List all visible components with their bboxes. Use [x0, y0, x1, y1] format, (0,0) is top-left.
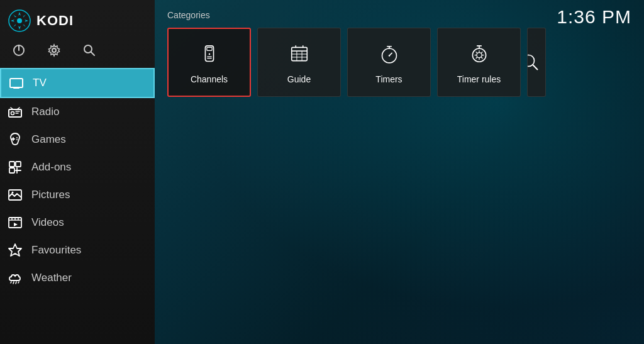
sidebar-item-games-label: Games	[31, 133, 66, 146]
categories-section: Categories Channels	[155, 0, 644, 97]
sidebar-item-weather[interactable]: Weather	[0, 264, 155, 292]
sidebar: KODI	[0, 0, 155, 344]
weather-icon	[8, 270, 23, 286]
videos-icon	[8, 215, 23, 230]
svg-marker-1	[18, 12, 21, 16]
svg-point-61	[388, 55, 389, 56]
svg-rect-29	[16, 162, 21, 167]
sidebar-item-radio-label: Radio	[31, 106, 59, 118]
sidebar-item-pictures[interactable]: Pictures	[0, 181, 155, 209]
sidebar-item-pictures-label: Pictures	[31, 189, 70, 201]
svg-marker-5	[13, 14, 16, 18]
sidebar-item-favourites[interactable]: Favourites	[0, 236, 155, 264]
svg-marker-7	[13, 24, 16, 27]
sidebar-item-favourites-label: Favourites	[31, 244, 81, 257]
svg-line-75	[533, 65, 537, 69]
sidebar-item-addons[interactable]: Add-ons	[0, 153, 155, 181]
main-content: 1:36 PM Categories Channels	[155, 0, 644, 344]
svg-line-70	[475, 52, 477, 53]
sidebar-item-games[interactable]: Games	[0, 126, 155, 153]
svg-line-43	[18, 282, 19, 283]
favourites-icon	[8, 243, 23, 258]
svg-point-46	[208, 53, 209, 55]
tv-icon	[9, 75, 24, 91]
app-title: KODI	[36, 13, 74, 29]
addons-icon	[8, 160, 23, 175]
svg-rect-15	[10, 79, 23, 87]
sidebar-item-videos-label: Videos	[31, 216, 64, 229]
sidebar-icon-bar	[0, 39, 155, 68]
svg-rect-45	[206, 47, 211, 50]
svg-line-72	[480, 52, 482, 53]
svg-marker-6	[23, 24, 26, 27]
guide-icon	[286, 40, 313, 68]
timers-icon	[375, 40, 403, 68]
svg-point-12	[52, 48, 56, 52]
pictures-icon	[8, 187, 23, 203]
svg-line-42	[16, 282, 16, 284]
svg-line-14	[91, 52, 95, 56]
svg-line-41	[13, 282, 14, 284]
channels-label: Channels	[191, 74, 228, 84]
svg-marker-8	[23, 14, 26, 18]
svg-point-27	[16, 139, 18, 140]
sidebar-item-weather-label: Weather	[31, 272, 72, 284]
svg-rect-28	[9, 162, 14, 167]
power-button[interactable]	[10, 42, 28, 59]
sidebar-item-tv-label: TV	[33, 77, 47, 89]
svg-point-32	[12, 192, 14, 194]
svg-marker-38	[14, 223, 18, 226]
categories-grid: Channels	[167, 28, 631, 97]
kodi-logo	[8, 9, 31, 33]
category-card-search-partial[interactable]	[527, 28, 546, 97]
nav-menu: TV Radio	[0, 68, 155, 344]
svg-point-19	[11, 112, 14, 115]
svg-point-9	[17, 18, 22, 23]
category-card-timers[interactable]: Timers	[347, 28, 431, 97]
sidebar-item-addons-label: Add-ons	[31, 161, 71, 174]
category-card-guide[interactable]: Guide	[257, 28, 341, 97]
category-card-timer-rules[interactable]: Timer rules	[437, 28, 521, 97]
timer-rules-icon	[465, 40, 493, 68]
sidebar-item-tv[interactable]: TV	[0, 68, 155, 98]
svg-point-26	[16, 137, 18, 138]
sidebar-item-videos[interactable]: Videos	[0, 209, 155, 236]
radio-icon	[8, 104, 23, 119]
svg-line-73	[475, 57, 477, 58]
games-icon	[8, 132, 23, 147]
timer-rules-label: Timer rules	[457, 74, 501, 84]
settings-button[interactable]	[45, 42, 63, 59]
svg-marker-39	[9, 244, 21, 256]
sidebar-header: KODI	[0, 0, 155, 39]
svg-marker-4	[25, 19, 28, 22]
svg-line-71	[480, 57, 482, 58]
category-card-channels[interactable]: Channels	[167, 28, 251, 97]
channels-icon	[196, 40, 223, 68]
categories-label: Categories	[167, 10, 631, 20]
svg-marker-3	[11, 19, 14, 22]
timers-label: Timers	[375, 74, 402, 84]
svg-point-62	[472, 48, 486, 62]
svg-rect-30	[9, 168, 14, 173]
svg-line-40	[11, 282, 11, 283]
sidebar-item-radio[interactable]: Radio	[0, 98, 155, 126]
search-button[interactable]	[80, 42, 98, 59]
svg-marker-2	[18, 26, 21, 30]
guide-label: Guide	[287, 74, 311, 84]
